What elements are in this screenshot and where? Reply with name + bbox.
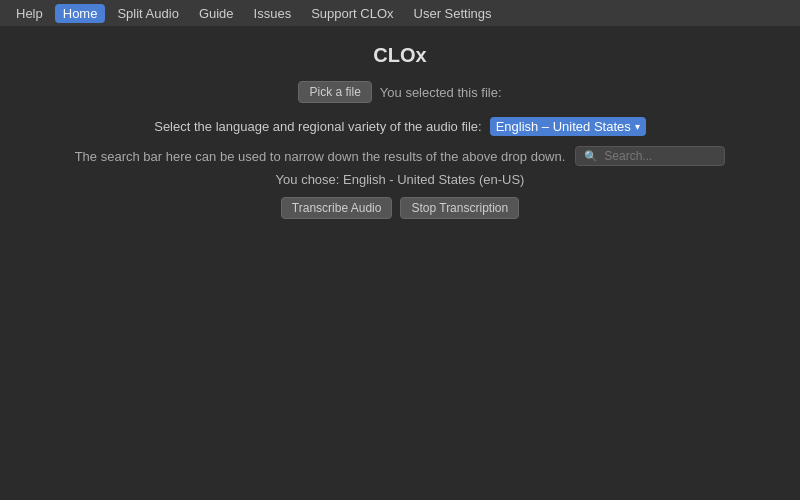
menu-item-help[interactable]: Help <box>8 4 51 23</box>
language-select-dropdown[interactable]: English – United States ▾ <box>490 117 646 136</box>
menu-bar: Help Home Split Audio Guide Issues Suppo… <box>0 0 800 26</box>
language-select-text: English – United States <box>496 119 631 134</box>
main-content: CLOx Pick a file You selected this file:… <box>0 26 800 219</box>
file-row: Pick a file You selected this file: <box>298 81 501 103</box>
app-title: CLOx <box>373 44 426 67</box>
menu-item-home[interactable]: Home <box>55 4 106 23</box>
menu-item-guide[interactable]: Guide <box>191 4 242 23</box>
chevron-down-icon: ▾ <box>635 121 640 132</box>
language-label: Select the language and regional variety… <box>154 119 481 134</box>
menu-item-issues[interactable]: Issues <box>246 4 300 23</box>
search-input[interactable] <box>604 149 714 163</box>
search-icon: 🔍 <box>584 150 598 163</box>
menu-item-split-audio[interactable]: Split Audio <box>109 4 186 23</box>
stop-transcription-button[interactable]: Stop Transcription <box>400 197 519 219</box>
chose-row: You chose: English - United States (en-U… <box>276 172 525 187</box>
search-hint-row: The search bar here can be used to narro… <box>75 146 726 166</box>
search-hint-text: The search bar here can be used to narro… <box>75 149 566 164</box>
search-input-wrapper: 🔍 <box>575 146 725 166</box>
language-row: Select the language and regional variety… <box>154 117 646 136</box>
file-selected-label: You selected this file: <box>380 85 502 100</box>
menu-item-user-settings[interactable]: User Settings <box>406 4 500 23</box>
transcribe-audio-button[interactable]: Transcribe Audio <box>281 197 393 219</box>
pick-file-button[interactable]: Pick a file <box>298 81 371 103</box>
menu-item-support[interactable]: Support CLOx <box>303 4 401 23</box>
transcribe-row: Transcribe Audio Stop Transcription <box>281 197 519 219</box>
